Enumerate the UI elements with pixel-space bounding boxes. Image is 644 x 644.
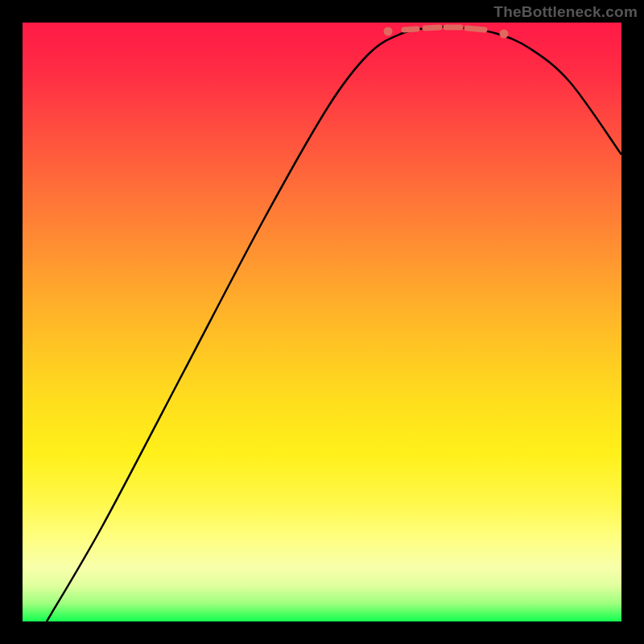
chart-frame: TheBottleneck.com [0, 0, 644, 644]
plot-area [23, 23, 621, 621]
curve-svg [23, 23, 621, 621]
marker-dash [404, 29, 417, 30]
marker-dot [384, 27, 393, 36]
marker-dash [425, 27, 440, 28]
bottleneck-curve [47, 27, 621, 621]
marker-dash [467, 28, 485, 30]
marker-dot [500, 30, 509, 39]
watermark-text: TheBottleneck.com [493, 3, 638, 21]
marker-dashes [404, 27, 485, 30]
